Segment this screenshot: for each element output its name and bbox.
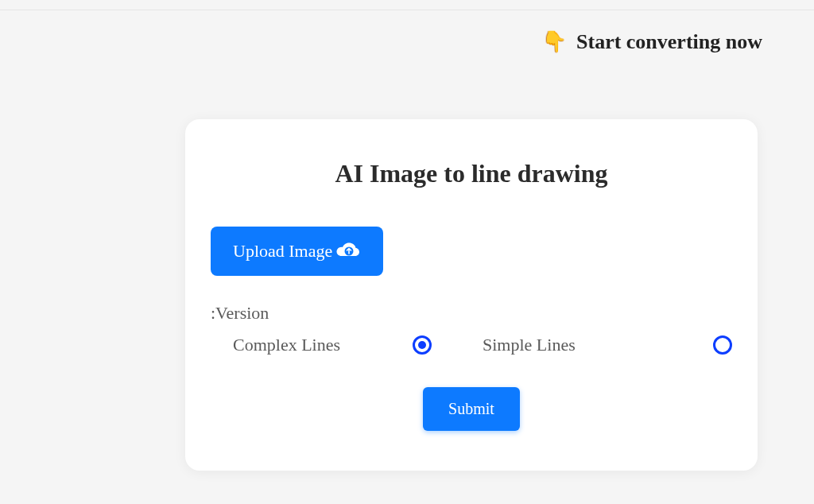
version-radio-group: Complex Lines Simple Lines <box>211 335 732 355</box>
radio-option-simple: Simple Lines <box>483 335 732 355</box>
upload-image-button[interactable]: Upload Image <box>211 227 383 276</box>
radio-label-simple: Simple Lines <box>483 335 576 355</box>
radio-option-complex: Complex Lines <box>233 335 483 355</box>
card-title: AI Image to line drawing <box>211 159 732 188</box>
radio-label-complex: Complex Lines <box>233 335 340 355</box>
cta-text: Start converting now <box>576 30 762 54</box>
pointing-down-icon: 👇 <box>541 32 567 52</box>
submit-button[interactable]: Submit <box>423 387 520 431</box>
cta-banner: 👇 Start converting now <box>541 30 762 54</box>
converter-card: AI Image to line drawing Upload Image :V… <box>185 119 758 471</box>
radio-complex[interactable] <box>413 335 432 355</box>
radio-simple[interactable] <box>713 335 732 355</box>
cloud-upload-icon <box>335 242 361 261</box>
radio-selected-dot <box>418 341 426 349</box>
upload-button-label: Upload Image <box>233 241 332 262</box>
version-label: :Version <box>211 303 732 324</box>
submit-wrapper: Submit <box>211 387 732 431</box>
divider <box>0 10 814 10</box>
